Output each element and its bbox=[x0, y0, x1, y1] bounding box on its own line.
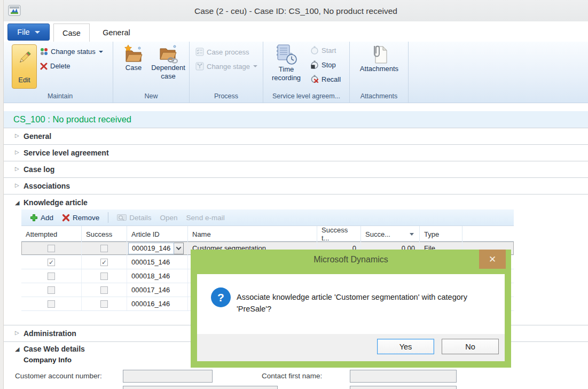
section-knowledge-article-label: Knowledge article bbox=[23, 194, 88, 211]
column-header-type[interactable]: Type bbox=[420, 226, 462, 242]
collapsed-triangle-icon: ▷ bbox=[15, 330, 19, 336]
success-checkbox[interactable] bbox=[100, 286, 108, 294]
stop-button[interactable]: Stop bbox=[310, 60, 336, 69]
section-case-log[interactable]: ▷ Case log bbox=[4, 161, 588, 177]
microsoft-dynamics-dialog: Microsoft Dynamics ✕ ? Associate knowled… bbox=[191, 250, 511, 368]
file-menu-label: File bbox=[17, 28, 29, 36]
customer-account-number-label: Customer account number: bbox=[15, 370, 102, 383]
time-recording-icon bbox=[275, 44, 297, 65]
delete-button[interactable]: Delete bbox=[40, 62, 70, 70]
stop-label: Stop bbox=[322, 61, 336, 69]
success-checkbox[interactable]: ✓ bbox=[100, 259, 108, 266]
column-header-succe[interactable]: Succe... bbox=[361, 226, 420, 242]
section-service-level-agreement[interactable]: ▷ Service level agreement bbox=[4, 144, 588, 161]
section-associations[interactable]: ▷ Associations bbox=[4, 177, 588, 194]
chevron-down-icon bbox=[253, 65, 257, 67]
dependent-case-label: Dependent case bbox=[151, 64, 186, 81]
chevron-down-icon bbox=[99, 51, 103, 53]
collapsed-triangle-icon: ▷ bbox=[15, 182, 19, 188]
question-icon: ? bbox=[211, 287, 231, 307]
section-knowledge-article[interactable]: ◢ Knowledge article bbox=[4, 194, 588, 211]
dialog-close-button[interactable]: ✕ bbox=[479, 250, 506, 269]
column-header-success-t[interactable]: Success t... bbox=[317, 226, 361, 242]
column-header-article-id[interactable]: Article ID bbox=[127, 226, 188, 242]
toolbar-separator bbox=[108, 212, 108, 223]
recall-stopwatch-icon bbox=[310, 75, 319, 83]
column-header-attempted[interactable]: Attempted bbox=[21, 226, 82, 242]
tab-case-label: Case bbox=[62, 29, 81, 37]
attachments-paperclip-icon bbox=[370, 44, 388, 65]
change-status-label: Change status bbox=[51, 48, 96, 56]
column-header-name[interactable]: Name bbox=[188, 226, 317, 242]
tab-general-label: General bbox=[103, 28, 130, 37]
tab-general[interactable]: General bbox=[93, 24, 139, 42]
change-status-icon bbox=[40, 48, 48, 56]
recall-button[interactable]: Recall bbox=[310, 75, 341, 83]
background-window-edge bbox=[0, 0, 4, 389]
start-button[interactable]: Start bbox=[310, 46, 336, 55]
no-button[interactable]: No bbox=[442, 339, 499, 354]
success-checkbox[interactable] bbox=[100, 245, 108, 252]
edit-button-label: Edit bbox=[18, 76, 30, 84]
new-case-button[interactable]: Case bbox=[119, 44, 148, 72]
details-button[interactable]: Details bbox=[117, 214, 151, 222]
add-plus-icon bbox=[30, 214, 38, 222]
stop-stopwatch-icon bbox=[310, 60, 319, 69]
ribbon-group-maintain: Edit Change status bbox=[7, 42, 113, 103]
attachments-label: Attachments bbox=[360, 65, 398, 73]
ribbon-group-sla: Time recording Start bbox=[263, 42, 350, 103]
article-id-value[interactable]: 000019_146 bbox=[128, 243, 174, 254]
attempted-checkbox[interactable] bbox=[48, 245, 55, 252]
section-general[interactable]: ▷ General bbox=[4, 128, 588, 144]
contact-first-name-field[interactable] bbox=[350, 370, 457, 383]
remove-button[interactable]: Remove bbox=[62, 214, 99, 222]
attempted-checkbox[interactable] bbox=[48, 286, 55, 294]
new-case-label: Case bbox=[126, 64, 142, 72]
file-menu-button[interactable]: File bbox=[7, 24, 50, 41]
details-magnifier-icon bbox=[117, 214, 127, 221]
success-checkbox[interactable] bbox=[100, 300, 108, 308]
success-checkbox[interactable] bbox=[100, 273, 108, 280]
customer-account-number-field[interactable] bbox=[123, 370, 213, 383]
start-stopwatch-icon bbox=[310, 46, 319, 55]
open-button[interactable]: Open bbox=[160, 214, 178, 222]
change-stage-label: Change stage bbox=[207, 63, 250, 71]
section-case-log-label: Case log bbox=[23, 161, 54, 177]
send-email-button[interactable]: Send e-mail bbox=[186, 214, 225, 222]
collapsed-triangle-icon: ▷ bbox=[15, 166, 19, 172]
collapsed-triangle-icon: ▷ bbox=[15, 133, 19, 138]
combo-dropdown-button[interactable] bbox=[174, 243, 184, 254]
attempted-checkbox[interactable] bbox=[48, 300, 55, 308]
change-status-button[interactable]: Change status bbox=[40, 48, 103, 56]
attachments-button[interactable]: Attachments bbox=[356, 44, 402, 73]
remove-x-icon bbox=[62, 214, 70, 222]
change-stage-button[interactable]: Change stage bbox=[195, 62, 257, 71]
add-button[interactable]: Add bbox=[30, 214, 53, 222]
partial-field-right[interactable] bbox=[350, 386, 457, 389]
dialog-message: Associate knowledge article 'Customer se… bbox=[237, 291, 494, 315]
add-label: Add bbox=[41, 214, 53, 222]
time-recording-button[interactable]: Time recording bbox=[266, 44, 306, 82]
article-id-cell: 000016_146 bbox=[127, 297, 188, 310]
expanded-triangle-icon: ◢ bbox=[15, 346, 19, 353]
dynamics-case-window: Case (2 - ceu) - Case ID: CS_100, No pro… bbox=[0, 0, 588, 389]
dependent-case-button[interactable]: Dependent case bbox=[151, 44, 186, 81]
ribbon-tab-row: File Case General bbox=[4, 21, 588, 42]
attempted-checkbox[interactable]: ✓ bbox=[48, 259, 55, 266]
expanded-triangle-icon: ◢ bbox=[15, 199, 19, 206]
case-process-button[interactable]: Case process bbox=[195, 48, 249, 56]
column-header-success[interactable]: Success bbox=[82, 226, 127, 242]
send-email-label: Send e-mail bbox=[186, 214, 225, 222]
tab-case[interactable]: Case bbox=[53, 24, 90, 42]
record-header-text: CS_100 : No product received bbox=[13, 111, 131, 128]
partial-field-left[interactable] bbox=[123, 386, 278, 389]
dialog-footer: Yes No bbox=[197, 334, 505, 361]
yes-button[interactable]: Yes bbox=[377, 339, 434, 354]
remove-label: Remove bbox=[73, 214, 99, 222]
edit-button[interactable]: Edit bbox=[12, 44, 37, 89]
start-label: Start bbox=[322, 46, 336, 55]
case-process-label: Case process bbox=[207, 48, 249, 56]
case-process-icon bbox=[195, 48, 204, 56]
attempted-checkbox[interactable] bbox=[48, 273, 55, 280]
article-id-combobox[interactable]: 000019_146 bbox=[128, 243, 184, 254]
